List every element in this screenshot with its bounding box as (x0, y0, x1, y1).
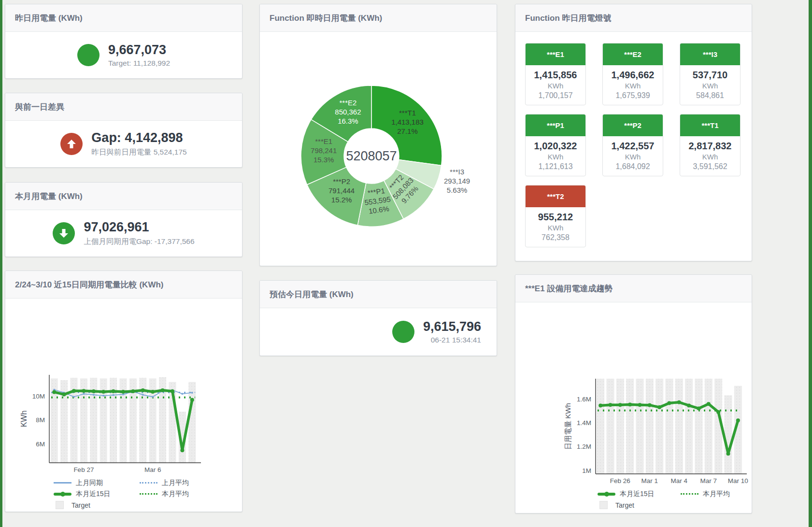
target-bar (705, 379, 712, 474)
y-tick-label: 1.4M (577, 419, 591, 427)
light-tile-name: ***P2 (603, 114, 663, 136)
stat-value: 9,615,796 (423, 319, 481, 334)
legend-swatch (599, 501, 608, 509)
light-tile-unit: KWh (603, 153, 663, 161)
legend-item-dash[interactable]: 本月平均 (140, 490, 226, 499)
light-tile-target: 1,700,157 (526, 91, 585, 100)
card-15day-comparison-chart: 2/24~3/10 近15日同期用電量比較 (KWh) 6M8M10MFeb 2… (5, 271, 242, 512)
card-title: 預估今日用電量 (KWh) (270, 289, 354, 300)
x-tick-label: Mar 10 (728, 477, 748, 484)
card-yesterday-lights: Function 昨日用電燈號 ***E11,415,856KWh1,700,1… (515, 4, 752, 261)
light-tile-value: 1,020,322 (526, 141, 585, 152)
light-tile-P1: ***P11,020,322KWh1,121,613 (525, 114, 586, 176)
legend-item-dash[interactable]: 上月平均 (140, 479, 226, 487)
light-tile-target: 584,861 (680, 91, 740, 100)
legend-swatch (598, 493, 615, 496)
x-tick-label: Mar 1 (641, 477, 658, 484)
legend-label: 本月近15日 (76, 490, 111, 499)
light-tile-name: ***I3 (680, 43, 740, 65)
light-tile-target: 762,358 (526, 233, 585, 242)
e1-trend-line-chart: 1M1.2M1.4M1.6MFeb 26Mar 1Mar 4Mar 7Mar 1… (515, 302, 752, 516)
light-tile-unit: KWh (680, 82, 740, 90)
device-light-grid: ***E11,415,856KWh1,700,157***E21,496,662… (515, 32, 752, 258)
stat-value: 9,667,073 (108, 43, 170, 57)
light-tile-value: 1,422,557 (603, 141, 663, 152)
legend-swatch (140, 493, 157, 495)
legend-label: 本月平均 (703, 490, 730, 499)
card-title: Function 即時日用電量 (KWh) (270, 13, 382, 24)
target-bar (685, 379, 693, 474)
light-tile-T1: ***T12,817,832KWh3,591,562 (680, 114, 741, 176)
target-bar (597, 379, 604, 474)
donut-svg: ***T11,413,18327.1%***I3293,1495.63%***T… (260, 32, 497, 267)
card-title: 昨日用電量 (KWh) (15, 13, 83, 24)
card-estimated-today: 預估今日用電量 (KWh) 9,615,796 06-21 15:34:41 (259, 280, 497, 356)
status-circle-icon (77, 44, 100, 66)
light-tile-name: ***E1 (526, 43, 585, 65)
light-tile-name: ***T1 (680, 114, 740, 136)
donut-slice-label: ***I3293,1495.63% (444, 168, 470, 194)
x-tick-label: Mar 4 (671, 477, 688, 484)
stat-subtitle: 06-21 15:34:41 (423, 336, 481, 344)
legend-label: 本月近15日 (620, 490, 655, 499)
legend-swatch (54, 482, 71, 484)
target-bar (666, 379, 673, 474)
light-tile-unit: KWh (526, 224, 585, 232)
light-tile-target: 1,121,613 (526, 162, 585, 171)
light-tile-unit: KWh (680, 153, 740, 161)
x-tick-label: Feb 27 (73, 466, 94, 473)
stat-subtitle: 昨日與前日用電量 5,524,175 (91, 147, 186, 157)
up-arrow-icon (60, 133, 83, 155)
target-bar (675, 379, 683, 474)
y-tick-label: 8M (36, 416, 45, 424)
card-e1-trend-chart: ***E1 設備用電達成趨勢 1M1.2M1.4M1.6MFeb 26Mar 1… (515, 274, 752, 513)
y-tick-label: 1.2M (577, 443, 591, 450)
card-yesterday-usage: 昨日用電量 (KWh) 9,667,073 Target: 11,128,992 (5, 4, 242, 79)
target-bar (636, 379, 644, 474)
stat-subtitle: Target: 11,128,992 (108, 59, 170, 68)
target-bar (188, 382, 196, 463)
legend-item-dash[interactable]: 本月平均 (681, 490, 764, 499)
light-tile-unit: KWh (526, 82, 585, 90)
legend-item-line[interactable]: 上月同期 (54, 479, 140, 487)
target-bar (616, 379, 624, 474)
legend-swatch (56, 501, 64, 509)
light-tile-name: ***P1 (526, 114, 585, 136)
target-bar (695, 379, 703, 474)
light-tile-name: ***E2 (603, 43, 663, 65)
y-axis-title: 日用電量 KWh (564, 403, 572, 450)
legend-swatch (140, 482, 157, 484)
light-tile-unit: KWh (526, 153, 585, 161)
legend-swatch (681, 493, 698, 495)
legend-label: 上月同期 (76, 479, 103, 487)
light-tile-I3: ***I3537,710KWh584,861 (680, 43, 741, 105)
light-tile-E1: ***E11,415,856KWh1,700,157 (525, 43, 586, 105)
legend-swatch (54, 493, 71, 496)
column-middle: Function 即時日用電量 (KWh) ***T11,413,18327.1… (259, 4, 497, 356)
y-tick-label: 1M (582, 467, 591, 474)
column-left: 昨日用電量 (KWh) 9,667,073 Target: 11,128,992… (5, 4, 242, 512)
y-tick-label: 6M (36, 441, 45, 448)
y-tick-label: 10M (32, 393, 45, 400)
y-tick-label: 1.6M (577, 396, 591, 403)
line-chart-svg: 1M1.2M1.4M1.6MFeb 26Mar 1Mar 4Mar 7Mar 1… (515, 302, 752, 514)
light-tile-E2: ***E21,496,662KWh1,675,939 (602, 43, 663, 105)
legend-item-target[interactable]: Target (54, 501, 140, 509)
target-bar (655, 379, 663, 474)
daily-usage-donut-chart: ***T11,413,18327.1%***I3293,1495.63%***T… (260, 32, 497, 269)
legend-label: 上月平均 (162, 479, 189, 487)
light-tile-T2: ***T2955,212KWh762,358 (525, 185, 586, 247)
legend-item-thick[interactable]: 本月近15日 (598, 490, 681, 499)
legend-label: Target (615, 501, 634, 509)
legend-label: 本月平均 (162, 490, 189, 499)
target-bar (607, 379, 614, 474)
light-tile-target: 1,675,939 (603, 91, 663, 100)
target-bar (646, 379, 654, 474)
column-right: Function 昨日用電燈號 ***E11,415,856KWh1,700,1… (515, 4, 752, 513)
donut-center-total: 5208057 (346, 149, 397, 163)
light-tile-target: 1,684,092 (603, 162, 663, 171)
light-tile-value: 955,212 (526, 212, 585, 223)
legend-item-target[interactable]: Target (598, 501, 681, 509)
legend-item-thick[interactable]: 本月近15日 (54, 490, 140, 499)
light-tile-value: 1,496,662 (603, 70, 663, 81)
